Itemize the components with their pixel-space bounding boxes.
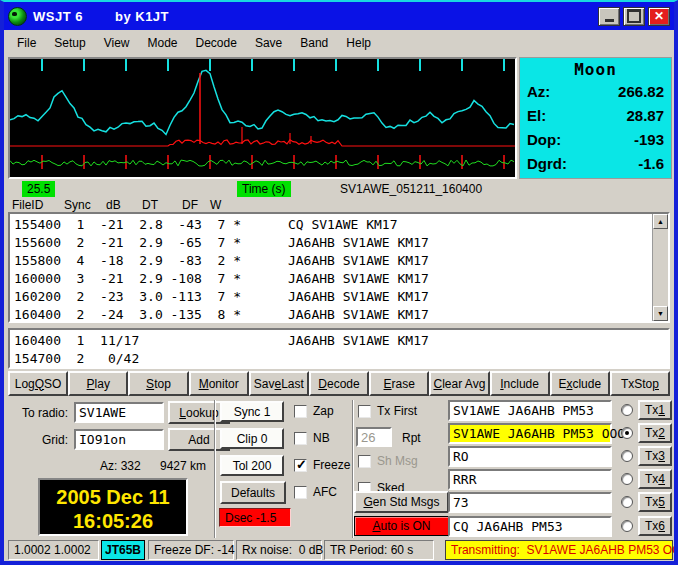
checkbox-box[interactable] xyxy=(294,486,307,499)
rpt-input[interactable]: 26 xyxy=(356,427,392,447)
moon-title: Moon xyxy=(527,60,664,79)
moon-panel: Moon Az:266.82 El:28.87 Dop:-193 Dgrd:-1… xyxy=(519,57,672,179)
auto-button[interactable]: Auto is ON xyxy=(354,516,449,536)
tx5-message-input[interactable]: 73 xyxy=(448,492,612,513)
scroll-up-icon[interactable]: ▲ xyxy=(653,214,668,229)
maximize-button[interactable] xyxy=(623,7,645,26)
rx-noise-indicator: Rx noise: 0 dB xyxy=(236,540,322,560)
checkbox-box[interactable] xyxy=(358,455,371,468)
menu-band[interactable]: Band xyxy=(291,33,337,53)
play-button[interactable]: Play xyxy=(68,371,128,396)
toolbar: Log QSO Play Stop Monitor Save Last Deco… xyxy=(8,371,670,396)
tx4-message-input[interactable]: RRR xyxy=(448,469,612,490)
moon-az-label: Az: xyxy=(527,80,550,104)
decode-output[interactable]: 155400 1 -21 2.8 -43 7 * CQ SV1AWE KM17 … xyxy=(8,212,670,323)
azimuth-value: Az: 332 xyxy=(100,459,141,473)
window-subtitle: by K1JT xyxy=(115,9,169,24)
wav-file-name: SV1AWE_051211_160400 xyxy=(340,182,482,196)
afc-checkbox[interactable]: AFC xyxy=(294,485,337,499)
stop-button[interactable]: Stop xyxy=(128,371,188,396)
window-title: WSJT 6 xyxy=(33,9,83,24)
nb-checkbox[interactable]: NB xyxy=(294,431,330,445)
freeze-label: Freeze xyxy=(313,458,350,472)
tx6-message-input[interactable]: CQ JA6AHB PM53 xyxy=(448,516,612,537)
tx2-message-input[interactable]: SV1AWE JA6AHB PM53 OOO xyxy=(448,423,612,444)
tx1-message-input[interactable]: SV1AWE JA6AHB PM53 xyxy=(448,400,612,421)
zap-checkbox[interactable]: Zap xyxy=(294,404,334,418)
spectrum-display[interactable] xyxy=(8,57,517,179)
tx3-radio[interactable] xyxy=(621,450,633,462)
grid-label: Grid: xyxy=(10,433,68,447)
moon-el-label: El: xyxy=(527,104,546,128)
afc-label: AFC xyxy=(313,485,337,499)
decode-scrollbar[interactable]: ▲ ▼ xyxy=(652,214,668,321)
decode-row: 155600 2 -21 2.9 -65 7 * JA6AHB SV1AWE K… xyxy=(14,234,664,252)
checkbox-box[interactable] xyxy=(294,405,307,418)
decode-button[interactable]: Decode xyxy=(309,371,369,396)
col-dt: DT xyxy=(142,198,158,212)
save-last-button[interactable]: Save Last xyxy=(249,371,309,396)
globe-icon[interactable] xyxy=(8,7,27,26)
tx3-message-input[interactable]: RO xyxy=(448,446,612,467)
tx2-radio[interactable] xyxy=(621,427,633,439)
menu-save[interactable]: Save xyxy=(246,33,291,53)
menu-file[interactable]: File xyxy=(8,33,45,53)
gen-std-msgs-button[interactable]: Gen Std Msgs xyxy=(354,491,449,513)
tx-first-label: Tx First xyxy=(377,404,417,418)
scroll-down-icon[interactable]: ▼ xyxy=(653,306,668,321)
checkbox-box[interactable] xyxy=(358,405,371,418)
tx3-button[interactable]: Tx3 xyxy=(638,446,672,466)
sh-msg-checkbox[interactable]: Sh Msg xyxy=(358,454,418,468)
tx5-radio[interactable] xyxy=(621,496,633,508)
zap-label: Zap xyxy=(313,404,334,418)
menu-help[interactable]: Help xyxy=(337,33,380,53)
decode-row: 155400 1 -21 2.8 -43 7 * CQ SV1AWE KM17 xyxy=(14,216,664,234)
tx1-radio[interactable] xyxy=(621,404,633,416)
tx5-button[interactable]: Tx5 xyxy=(638,492,672,512)
tx1-button[interactable]: Tx1 xyxy=(638,400,672,420)
separator xyxy=(214,400,216,538)
log-qso-button[interactable]: Log QSO xyxy=(8,371,68,396)
clock-time: 16:05:26 xyxy=(40,509,186,533)
average-output[interactable]: 160400 1 11/17 JA6AHB SV1AWE KM17 154700… xyxy=(8,328,670,369)
freeze-checkbox[interactable]: Freeze xyxy=(294,458,350,472)
col-db: dB xyxy=(106,198,121,212)
defaults-button[interactable]: Defaults xyxy=(220,481,286,504)
checkbox-box[interactable] xyxy=(294,459,307,472)
clear-avg-button[interactable]: Clear Avg xyxy=(429,371,489,396)
clip-button[interactable]: Clip 0 xyxy=(220,428,284,449)
avg-row: 160400 1 11/17 JA6AHB SV1AWE KM17 xyxy=(14,332,664,350)
checkbox-box[interactable] xyxy=(294,432,307,445)
tx6-button[interactable]: Tx6 xyxy=(638,516,672,536)
tx4-radio[interactable] xyxy=(621,473,633,485)
tol-button[interactable]: Tol 200 xyxy=(220,455,284,476)
erase-button[interactable]: Erase xyxy=(369,371,429,396)
grid-input[interactable]: IO91on xyxy=(74,429,164,450)
monitor-button[interactable]: Monitor xyxy=(189,371,249,396)
menu-view[interactable]: View xyxy=(95,33,139,53)
tx2-button[interactable]: Tx2 xyxy=(638,423,672,443)
include-button[interactable]: Include xyxy=(490,371,550,396)
menu-decode[interactable]: Decode xyxy=(187,33,246,53)
mode-indicator: JT65B xyxy=(101,540,145,560)
moon-dgrd-label: Dgrd: xyxy=(527,152,567,176)
freeze-df-indicator: Freeze DF: -14 xyxy=(148,540,234,560)
menu-bar: File Setup View Mode Decode Save Band He… xyxy=(4,30,674,56)
tx6-radio[interactable] xyxy=(621,520,633,532)
menu-mode[interactable]: Mode xyxy=(139,33,187,53)
moon-el-value: 28.87 xyxy=(626,104,664,128)
utc-clock: 2005 Dec 11 16:05:26 xyxy=(38,478,188,536)
sync-button[interactable]: Sync 1 xyxy=(220,401,284,422)
decode-row: 160400 2 -24 3.0 -135 8 * JA6AHB SV1AWE … xyxy=(14,306,664,323)
minimize-button[interactable] xyxy=(598,7,620,26)
tx-first-checkbox[interactable]: Tx First xyxy=(358,404,417,418)
close-button[interactable] xyxy=(648,7,670,26)
txstop-button[interactable]: TxStop xyxy=(610,371,670,396)
col-df: DF xyxy=(182,198,198,212)
menu-setup[interactable]: Setup xyxy=(45,33,94,53)
tx4-button[interactable]: Tx4 xyxy=(638,469,672,489)
col-w: W xyxy=(210,198,221,212)
decode-row: 155800 4 -18 2.9 -83 2 * JA6AHB SV1AWE K… xyxy=(14,252,664,270)
exclude-button[interactable]: Exclude xyxy=(550,371,610,396)
to-radio-input[interactable]: SV1AWE xyxy=(74,402,164,423)
